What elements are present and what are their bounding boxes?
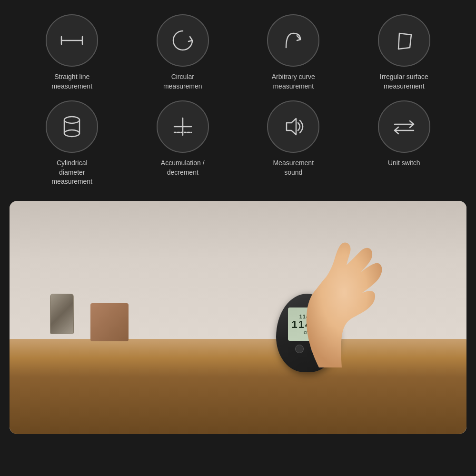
features-grid: Straight linemeasurement Circularmeasure… xyxy=(0,0,476,196)
hand-svg xyxy=(281,225,405,367)
feature-irregular-surface: Irregular surfacemeasurement xyxy=(351,14,457,91)
arbitrary-curve-icon xyxy=(279,26,307,55)
feature-straight-line: Straight linemeasurement xyxy=(19,14,125,91)
cylindrical-label: Cylindricaldiametermeasurement xyxy=(51,159,92,187)
svg-point-7 xyxy=(64,130,79,137)
straight-line-icon xyxy=(58,31,86,50)
feature-arbitrary-curve: Arbitrary curvemeasurement xyxy=(240,14,347,91)
hand-overlay xyxy=(281,225,405,367)
svg-point-4 xyxy=(64,117,79,123)
accumulation-label: Accumulation /decrement xyxy=(161,159,205,177)
photo-bg: 114.2 114.2 cm xyxy=(10,201,466,434)
arbitrary-curve-circle xyxy=(267,14,319,67)
vase-decoration xyxy=(48,294,76,341)
unit-switch-label: Unit switch xyxy=(388,159,420,168)
cylindrical-icon xyxy=(58,111,86,142)
cylindrical-circle xyxy=(46,100,98,153)
straight-line-label: Straight linemeasurement xyxy=(51,72,92,91)
feature-circular: Circularmeasuremen xyxy=(130,14,236,91)
circular-circle xyxy=(157,14,209,67)
floor-surface xyxy=(10,377,466,434)
feature-cylindrical: Cylindricaldiametermeasurement xyxy=(19,100,125,187)
product-photo: 114.2 114.2 cm xyxy=(10,201,466,434)
straight-line-circle xyxy=(46,14,98,67)
accumulation-circle xyxy=(157,100,209,153)
page-wrapper: Straight linemeasurement Circularmeasure… xyxy=(0,0,476,434)
hand-path xyxy=(307,242,382,367)
circular-label: Circularmeasuremen xyxy=(163,72,202,91)
svg-marker-3 xyxy=(398,33,411,49)
irregular-surface-circle xyxy=(378,14,430,67)
sound-label: Measurementsound xyxy=(273,159,314,177)
accumulation-icon xyxy=(169,112,197,141)
irregular-surface-label: Irregular surfacemeasurement xyxy=(380,72,428,91)
unit-switch-icon xyxy=(390,112,418,141)
svg-marker-11 xyxy=(287,119,296,135)
box-decoration xyxy=(90,303,129,341)
irregular-surface-icon xyxy=(390,26,418,55)
vase-body xyxy=(50,294,74,334)
unit-switch-circle xyxy=(378,100,430,153)
feature-sound: Measurementsound xyxy=(240,100,347,187)
sound-circle xyxy=(267,100,319,153)
sound-icon xyxy=(279,112,307,141)
circular-icon xyxy=(169,26,197,55)
feature-unit-switch: Unit switch xyxy=(351,100,457,187)
arbitrary-curve-label: Arbitrary curvemeasurement xyxy=(272,72,315,91)
feature-accumulation: Accumulation /decrement xyxy=(130,100,236,187)
